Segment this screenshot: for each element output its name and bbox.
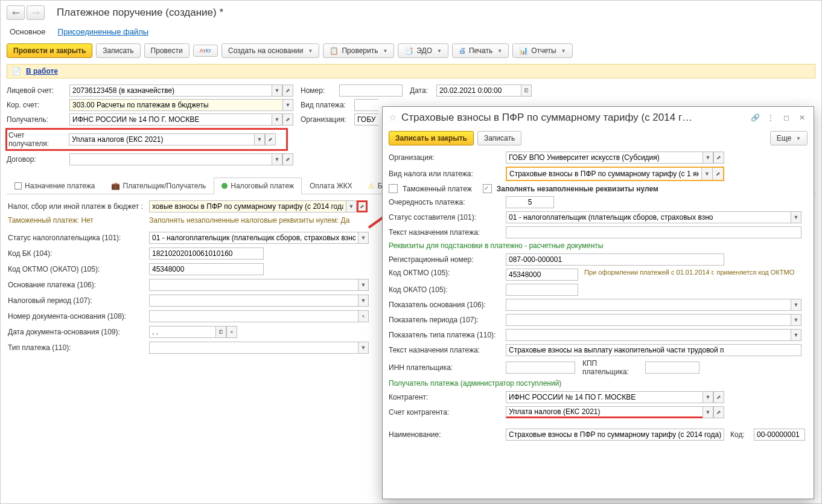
org-input[interactable] — [354, 113, 378, 126]
p-status-drop[interactable]: ▼ — [791, 211, 801, 223]
create-on-button[interactable]: Создать на основании▼ — [221, 43, 319, 58]
oktmo-input[interactable] — [149, 263, 264, 275]
p-lbl-period: Показатель периода (107): — [389, 316, 503, 324]
tab-tax[interactable]: Налоговый платеж — [214, 177, 302, 194]
edo-button[interactable]: 📑ЭДО▼ — [398, 43, 448, 58]
lbl-basis: Основание платежа (106): — [8, 281, 147, 289]
popup-submit-button[interactable]: Записать и закрыть — [389, 131, 474, 145]
more-icon[interactable]: ⋮ — [765, 112, 776, 123]
p-contragent-acc-input[interactable] — [506, 406, 703, 418]
back-button[interactable]: 🡐 — [7, 5, 25, 20]
p-contragent-acc-open[interactable]: ⬈ — [713, 406, 724, 418]
lbl-status101: Статус налогоплательщика (101): — [8, 234, 147, 242]
tax-drop[interactable]: ▼ — [346, 200, 357, 212]
basis-drop[interactable]: ▼ — [358, 279, 369, 291]
docnum-input[interactable] — [149, 310, 358, 322]
p-purpose-input[interactable] — [506, 226, 801, 238]
contract-drop[interactable]: ▼ — [272, 153, 282, 165]
contract-input[interactable] — [69, 153, 272, 165]
tab-zkh[interactable]: Оплата ЖКХ — [302, 177, 360, 194]
dtkt-button[interactable]: АтКт — [193, 45, 218, 57]
docnum-clear[interactable]: × — [358, 310, 369, 322]
p-regnum-input[interactable] — [506, 254, 724, 266]
p-period-input[interactable] — [506, 314, 791, 326]
p-contragent-drop[interactable]: ▼ — [703, 391, 713, 403]
p-taxtype-open[interactable]: ⬈ — [712, 168, 723, 180]
p-org-input[interactable] — [506, 152, 703, 164]
payee-acc-open[interactable]: ⬈ — [265, 133, 276, 145]
koracc-input[interactable] — [69, 99, 282, 111]
p-purpose2-input[interactable] — [506, 344, 801, 356]
p-kpp-input[interactable] — [645, 362, 699, 374]
docdate-input[interactable] — [149, 326, 215, 338]
check-button[interactable]: 📋Проверить▼ — [323, 43, 394, 58]
date-input[interactable] — [436, 85, 521, 97]
status-link[interactable]: В работе — [26, 67, 58, 75]
p-basis-drop[interactable]: ▼ — [791, 299, 801, 311]
forward-button[interactable]: 🡒 — [27, 5, 45, 20]
payee-acc-input[interactable] — [69, 133, 254, 145]
status-icon: 📄 — [12, 67, 21, 75]
period-drop[interactable]: ▼ — [358, 295, 369, 307]
payee-input[interactable] — [69, 113, 272, 126]
print-button[interactable]: 🖨Печать▼ — [452, 43, 509, 58]
tab-payer[interactable]: 💼Плательщик/Получатель — [103, 177, 214, 194]
p-type-drop[interactable]: ▼ — [791, 329, 801, 341]
post-button[interactable]: Провести — [144, 43, 190, 58]
reports-button[interactable]: 📊Отчеты▼ — [512, 43, 572, 58]
p-priority-input[interactable] — [506, 196, 554, 208]
p-fillzero-check[interactable] — [483, 184, 492, 193]
link-icon[interactable]: 🔗 — [750, 112, 760, 123]
star-icon[interactable]: ☆ — [389, 112, 397, 123]
p-org-drop[interactable]: ▼ — [703, 152, 713, 164]
tax-input[interactable] — [149, 200, 346, 212]
print-icon: 🖨 — [459, 46, 466, 55]
p-type-input[interactable] — [506, 329, 791, 341]
account-input[interactable] — [69, 85, 272, 97]
koracc-drop[interactable]: ▼ — [282, 99, 293, 111]
type110-input[interactable] — [149, 342, 358, 354]
p-inn-input[interactable] — [506, 362, 575, 374]
p-taxtype-input[interactable] — [507, 168, 701, 180]
p-name-input[interactable] — [506, 429, 724, 441]
account-drop[interactable]: ▼ — [272, 85, 282, 97]
type110-drop[interactable]: ▼ — [358, 342, 369, 354]
basis-input[interactable] — [149, 279, 358, 291]
save-button[interactable]: Записать — [96, 43, 140, 58]
docdate-cal[interactable]: 🗓 — [215, 326, 226, 338]
paytype-input[interactable] — [354, 99, 378, 111]
maximize-icon[interactable]: ◻ — [781, 112, 792, 123]
date-calendar[interactable]: 🗓 — [521, 85, 532, 97]
payee-acc-drop[interactable]: ▼ — [254, 133, 265, 145]
status101-input[interactable] — [149, 232, 358, 244]
close-icon[interactable]: ✕ — [797, 112, 808, 123]
docdate-clear[interactable]: × — [226, 326, 237, 338]
p-taxtype-drop[interactable]: ▼ — [701, 168, 712, 180]
popup-more-button[interactable]: Еще▼ — [770, 131, 808, 145]
submit-close-button[interactable]: Провести и закрыть — [7, 43, 92, 58]
subnav-main[interactable]: Основное — [10, 27, 46, 36]
p-okato-input[interactable] — [506, 284, 578, 296]
payee-drop[interactable]: ▼ — [272, 113, 282, 126]
contract-open[interactable]: ⬈ — [282, 153, 293, 165]
tab-purpose[interactable]: Назначение платежа — [7, 177, 103, 194]
subnav-files[interactable]: Присоединенные файлы — [58, 27, 149, 36]
p-code-input[interactable] — [754, 429, 805, 441]
p-period-drop[interactable]: ▼ — [791, 314, 801, 326]
p-contragent-acc-drop[interactable]: ▼ — [703, 406, 713, 418]
account-open[interactable]: ⬈ — [282, 85, 293, 97]
p-org-open[interactable]: ⬈ — [713, 152, 724, 164]
number-input[interactable] — [339, 85, 403, 97]
p-contragent-input[interactable] — [506, 391, 703, 403]
period-input[interactable] — [149, 295, 358, 307]
payee-open[interactable]: ⬈ — [282, 113, 293, 126]
p-oktmo-input[interactable] — [506, 269, 578, 281]
p-basis-input[interactable] — [506, 299, 791, 311]
status101-drop[interactable]: ▼ — [358, 232, 369, 244]
kbk-input[interactable] — [149, 247, 264, 260]
p-contragent-open[interactable]: ⬈ — [713, 391, 724, 403]
tax-open[interactable]: ⬈ — [357, 200, 368, 212]
p-customs-check[interactable] — [389, 184, 398, 193]
popup-save-button[interactable]: Записать — [477, 131, 521, 145]
p-status-input[interactable] — [506, 211, 791, 223]
